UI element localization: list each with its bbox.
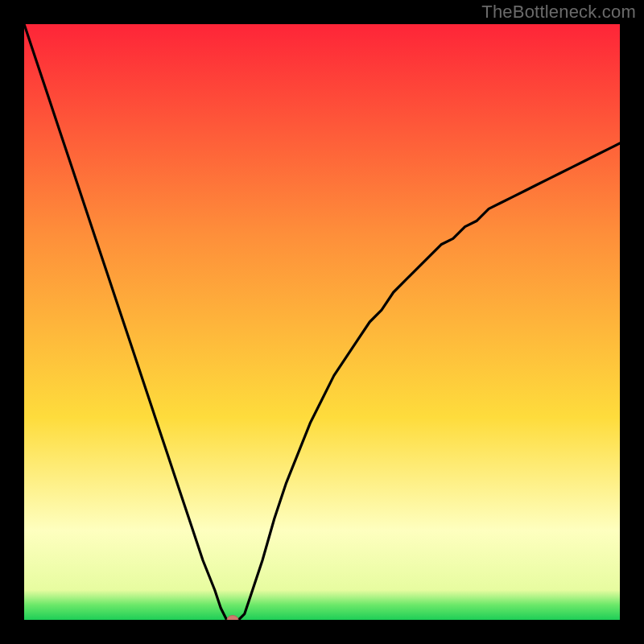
chart-container: TheBottleneck.com <box>0 0 644 644</box>
chart-svg <box>24 24 620 620</box>
plot-area <box>24 24 620 620</box>
gradient-bg <box>24 24 620 620</box>
watermark-label: TheBottleneck.com <box>481 2 636 23</box>
